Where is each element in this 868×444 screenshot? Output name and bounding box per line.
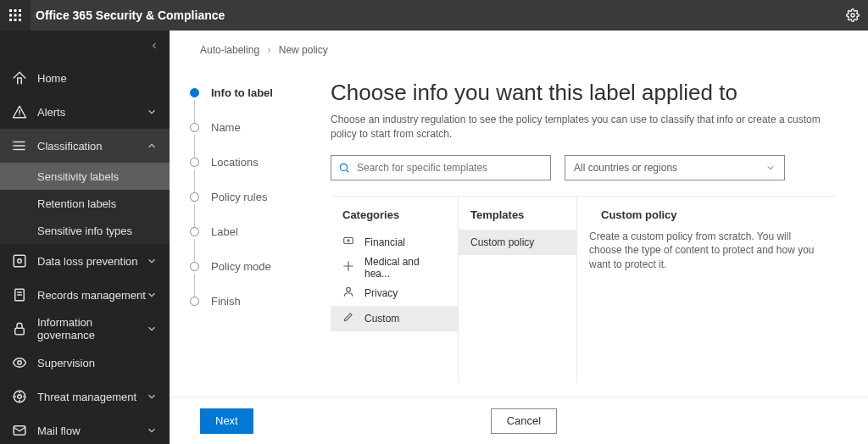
step-locations[interactable]: Locations <box>190 156 310 169</box>
cancel-button[interactable]: Cancel <box>491 408 557 434</box>
sidebar-item-alerts[interactable]: Alerts <box>0 95 170 129</box>
sidebar-item-label: Data loss prevention <box>37 255 146 268</box>
svg-rect-8 <box>19 19 21 21</box>
sidebar-subitem-label: Sensitivity labels <box>37 170 158 183</box>
lock-icon <box>12 321 27 336</box>
sidebar-item-threat-management[interactable]: Threat management <box>0 380 170 413</box>
breadcrumb-parent[interactable]: Auto-labeling <box>200 44 259 56</box>
template-search[interactable] <box>331 155 551 180</box>
category-custom[interactable]: Custom <box>331 306 458 331</box>
waffle-icon <box>9 9 21 21</box>
svg-line-33 <box>347 169 349 172</box>
step-name[interactable]: Name <box>190 121 310 134</box>
category-label: Privacy <box>364 287 398 299</box>
step-finish[interactable]: Finish <box>190 295 310 308</box>
sidebar-item-label: Home <box>37 72 158 85</box>
step-indicator-icon <box>190 158 199 167</box>
records-icon <box>12 287 27 302</box>
page-description: Choose an industry regulation to see the… <box>331 113 837 142</box>
region-dropdown[interactable]: All countries or regions <box>565 155 785 180</box>
category-medical[interactable]: Medical and hea... <box>331 255 458 280</box>
categories-column: Categories FinancialMedical and hea...Pr… <box>331 197 458 383</box>
svg-rect-5 <box>19 14 21 17</box>
finance-icon <box>342 235 364 249</box>
svg-point-24 <box>18 361 22 365</box>
sidebar-item-home[interactable]: Home <box>0 61 170 95</box>
svg-rect-34 <box>344 238 353 244</box>
step-label: Info to label <box>211 86 273 99</box>
sidebar-item-information-governance[interactable]: Information governance <box>0 312 170 346</box>
sidebar-item-mail-flow[interactable]: Mail flow <box>0 413 170 444</box>
sidebar-subitem-retention-labels[interactable]: Retention labels <box>0 190 170 217</box>
sidebar-subitem-label: Sensitive info types <box>37 225 158 237</box>
step-policy-rules[interactable]: Policy rules <box>190 191 310 203</box>
svg-rect-4 <box>14 14 17 17</box>
sidebar-nav: HomeAlertsClassificationSensitivity labe… <box>0 31 170 444</box>
search-icon <box>338 162 350 174</box>
chevron-down-icon <box>765 163 776 173</box>
next-button[interactable]: Next <box>200 408 253 434</box>
sidebar-subitem-label: Retention labels <box>37 197 158 210</box>
step-info-to-label[interactable]: Info to label <box>190 86 310 99</box>
svg-point-9 <box>851 14 854 17</box>
sidebar-subitem-sensitivity-labels[interactable]: Sensitivity labels <box>0 163 170 190</box>
svg-rect-23 <box>15 328 25 335</box>
template-custom-policy[interactable]: Custom policy <box>459 230 576 255</box>
sidebar-item-label: Information governance <box>37 316 146 341</box>
step-policy-mode[interactable]: Policy mode <box>190 260 310 273</box>
page-heading: Choose info you want this label applied … <box>331 80 837 106</box>
step-label: Policy mode <box>211 260 271 273</box>
step-label: Locations <box>211 156 259 169</box>
svg-rect-7 <box>14 19 17 21</box>
sidebar-item-supervision[interactable]: Supervision <box>0 346 170 380</box>
chevron-left-icon <box>149 41 159 51</box>
sidebar-item-classification[interactable]: Classification <box>0 129 170 163</box>
svg-point-32 <box>340 164 347 170</box>
svg-point-36 <box>347 287 351 291</box>
custom-policy-header: Custom policy <box>589 208 826 230</box>
category-label: Financial <box>364 236 405 248</box>
step-label[interactable]: Label <box>190 225 310 238</box>
category-label: Medical and hea... <box>364 256 446 280</box>
svg-rect-6 <box>9 19 12 21</box>
sidebar-item-label: Records management <box>37 289 146 302</box>
custom-icon <box>342 311 364 325</box>
category-privacy[interactable]: Privacy <box>331 280 458 306</box>
sidebar-item-label: Alerts <box>37 106 146 119</box>
svg-point-26 <box>18 395 22 399</box>
top-bar: Office 365 Security & Compliance <box>0 0 868 31</box>
step-indicator-icon <box>190 123 199 132</box>
sidebar-item-records-management[interactable]: Records management <box>0 278 170 312</box>
alert-icon <box>12 104 27 119</box>
collapse-sidebar-button[interactable] <box>149 39 159 54</box>
step-indicator-icon <box>190 262 199 271</box>
svg-point-35 <box>348 240 349 241</box>
app-launcher-button[interactable] <box>0 0 31 31</box>
breadcrumb-separator: › <box>267 44 270 56</box>
main-panel: Auto-labeling › New policy Info to label… <box>170 31 868 444</box>
svg-rect-0 <box>9 9 12 12</box>
templates-header: Templates <box>459 208 576 230</box>
category-finance[interactable]: Financial <box>331 230 458 255</box>
settings-button[interactable] <box>837 0 868 31</box>
sidebar-item-data-loss-prevention[interactable]: Data loss prevention <box>0 244 170 278</box>
svg-rect-3 <box>9 14 12 17</box>
sidebar-item-label: Threat management <box>37 391 146 403</box>
svg-point-19 <box>18 259 22 264</box>
sidebar-subitem-sensitive-info-types[interactable]: Sensitive info types <box>0 217 170 244</box>
step-indicator-icon <box>190 297 199 306</box>
svg-rect-1 <box>14 9 17 12</box>
threat-icon <box>12 389 27 404</box>
svg-rect-18 <box>14 255 25 267</box>
wizard-footer: Next Cancel <box>170 397 868 444</box>
wizard-content: Choose info you want this label applied … <box>331 63 868 397</box>
step-indicator-icon <box>190 227 199 236</box>
svg-rect-2 <box>19 9 21 12</box>
sidebar: HomeAlertsClassificationSensitivity labe… <box>0 31 170 444</box>
category-label: Custom <box>364 313 399 325</box>
step-indicator-icon <box>190 88 199 97</box>
template-search-input[interactable] <box>357 162 543 174</box>
wizard-steps: Info to labelNameLocationsPolicy rulesLa… <box>170 63 331 397</box>
eye-icon <box>12 355 27 370</box>
dlp-icon <box>12 253 27 269</box>
